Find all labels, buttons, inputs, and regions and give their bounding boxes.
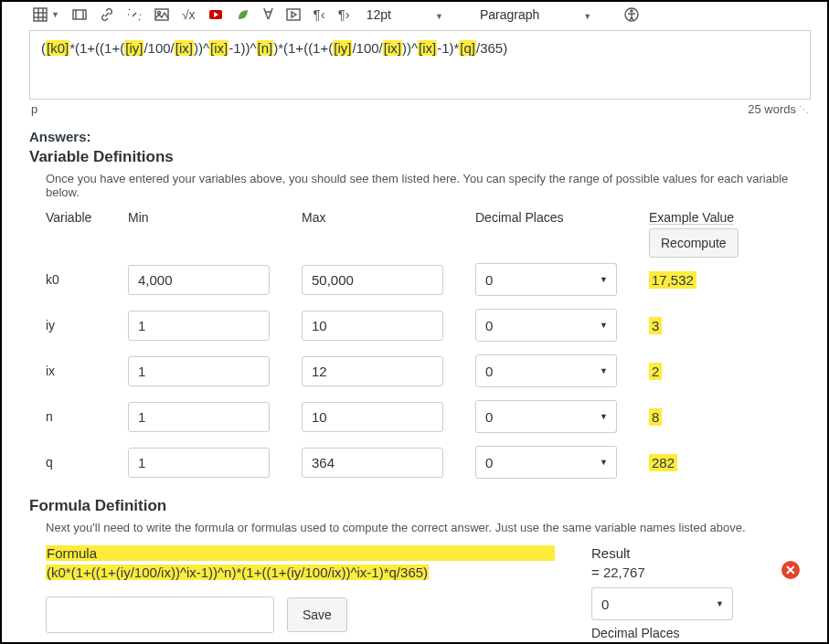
leaf-icon[interactable] [236, 7, 250, 22]
formula-definition-title: Formula Definition [29, 497, 811, 515]
variable-definitions-hint: Once you have entered your variables abo… [46, 172, 811, 199]
svg-rect-0 [34, 8, 47, 21]
min-input[interactable] [128, 356, 270, 386]
variable-name: ix [46, 364, 128, 378]
youtube-icon[interactable] [208, 7, 223, 22]
variable-name: n [46, 409, 128, 424]
max-input[interactable] [302, 448, 443, 478]
example-value: 17,532 [649, 271, 696, 289]
answers-label: Answers: [29, 129, 811, 144]
image-icon[interactable] [154, 7, 169, 22]
font-size-select[interactable]: 12pt▼ [363, 7, 463, 22]
variable-definitions-title: Variable Definitions [29, 148, 811, 166]
max-input[interactable] [302, 265, 443, 295]
editor-path: p [31, 102, 37, 116]
equation-icon[interactable]: √x [182, 7, 196, 22]
result-value: = 22,767 [591, 565, 811, 580]
rtl-icon[interactable]: ¶› [338, 6, 350, 22]
min-input[interactable] [128, 311, 270, 341]
example-value: 8 [649, 408, 662, 426]
result-label: Result [591, 545, 811, 561]
arrow-icon[interactable]: ∀ [263, 5, 273, 23]
decimal-select[interactable]: 0 [475, 354, 617, 387]
variable-row-ix: ix02 [46, 354, 811, 387]
formula-label: Formula [46, 545, 555, 561]
block-format-select[interactable]: Paragraph▼ [476, 7, 611, 22]
variable-table-header: Variable Min Max Decimal Places Example … [46, 210, 811, 258]
formula-expression: ([k0]*(1+((1+([iy]/100/[ix]))^[ix]-1))^[… [41, 40, 507, 56]
variable-row-n: n08 [46, 400, 811, 433]
example-value: 282 [649, 454, 677, 471]
ltr-icon[interactable]: ¶‹ [314, 6, 325, 22]
min-input[interactable] [128, 402, 270, 432]
decimal-select[interactable]: 0 [475, 263, 617, 296]
svg-rect-5 [73, 10, 86, 19]
decimal-select[interactable]: 0 [475, 309, 617, 342]
svg-point-15 [631, 10, 632, 12]
max-input[interactable] [302, 356, 443, 386]
decimal-select[interactable]: 0 [475, 446, 617, 479]
new-formula-input[interactable] [46, 596, 274, 633]
variable-row-iy: iy03 [46, 309, 811, 342]
delete-formula-button[interactable]: ✕ [781, 561, 800, 579]
link-icon[interactable] [100, 7, 114, 22]
decimal-places-label: Decimal Places [591, 626, 811, 640]
play-icon[interactable] [286, 7, 301, 22]
table-icon[interactable]: ▼ [33, 7, 59, 22]
variable-name: iy [46, 318, 128, 333]
word-count: 25 words [748, 102, 809, 116]
result-decimal-select[interactable]: 0 [591, 587, 733, 620]
editor-toolbar: ▼ √x ∀ ¶‹ ¶› 12pt▼ Paragraph▼ [29, 5, 811, 28]
max-input[interactable] [302, 402, 443, 432]
variable-name: q [46, 455, 128, 470]
media-icon[interactable] [72, 7, 87, 22]
example-value: 3 [649, 317, 662, 334]
rich-text-editor[interactable]: ([k0]*(1+((1+([iy]/100/[ix]))^[ix]-1))^[… [29, 30, 811, 100]
recompute-button[interactable]: Recompute [649, 228, 739, 258]
variable-row-q: q0282 [46, 446, 811, 479]
min-input[interactable] [128, 448, 270, 478]
accessibility-icon[interactable] [624, 7, 639, 22]
formula-definition-hint: Next you'll need to write the formula or… [46, 521, 811, 534]
decimal-select[interactable]: 0 [475, 400, 617, 433]
formula-text: (k0*(1+((1+(iy/100/ix))^ix-1))^n)*(1+((1… [46, 565, 429, 580]
svg-rect-12 [287, 9, 300, 20]
svg-marker-13 [292, 12, 296, 17]
unlink-icon[interactable] [127, 7, 142, 22]
variable-name: k0 [46, 272, 128, 287]
min-input[interactable] [128, 265, 270, 295]
variable-row-k0: k0017,532 [46, 263, 811, 296]
save-button[interactable]: Save [287, 597, 347, 632]
max-input[interactable] [302, 311, 443, 341]
example-value: 2 [649, 363, 662, 380]
